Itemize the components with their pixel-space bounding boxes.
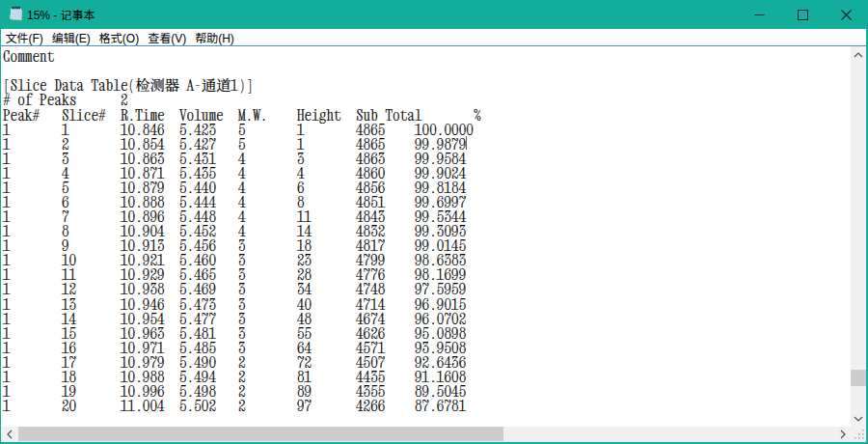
minimize-icon — [754, 10, 765, 20]
text-line: [Slice Data Table(检测器 A-通道1)] — [3, 77, 842, 92]
horizontal-scroll-thumb[interactable] — [18, 427, 503, 441]
scroll-down-button[interactable] — [851, 410, 866, 427]
chevron-left-icon — [7, 430, 13, 439]
titlebar[interactable]: 15% - 记事本 — [0, 0, 868, 29]
resize-grip[interactable] — [851, 427, 866, 441]
minimize-button[interactable] — [738, 0, 781, 29]
vertical-scrollbar[interactable] — [851, 46, 866, 427]
text-line: 12011.0045.502297426687.6781 — [3, 398, 842, 412]
vertical-scroll-thumb[interactable] — [851, 370, 866, 386]
chevron-down-icon — [854, 416, 863, 422]
menu-format[interactable]: 格式(O) — [95, 29, 143, 45]
text-caret — [466, 136, 467, 150]
text-area[interactable]: Comment[Slice Data Table(检测器 A-通道1)]# of… — [1, 46, 851, 427]
window-border-left — [0, 29, 1, 444]
menu-bar: 文件(F) 编辑(E) 格式(O) 查看(V) 帮助(H) — [1, 29, 866, 45]
menu-view[interactable]: 查看(V) — [144, 29, 191, 45]
close-icon — [841, 10, 852, 20]
menu-file[interactable]: 文件(F) — [1, 29, 47, 45]
scroll-left-button[interactable] — [1, 427, 17, 441]
chevron-right-icon — [840, 430, 846, 439]
notepad-window: 15% - 记事本 文件(F) 编辑(E) 格式(O) 查看(V) 帮助(H) … — [0, 0, 868, 444]
menu-help[interactable]: 帮助(H) — [191, 29, 239, 45]
caption-buttons — [738, 0, 868, 29]
chevron-up-icon — [854, 52, 863, 58]
maximize-button[interactable] — [781, 0, 825, 29]
window-title: 15% - 记事本 — [27, 0, 95, 29]
text-line: Comment — [3, 48, 842, 63]
scroll-right-button[interactable] — [834, 427, 851, 441]
scroll-up-button[interactable] — [851, 46, 866, 63]
close-button[interactable] — [825, 0, 868, 29]
resize-grip-icon — [854, 430, 864, 439]
horizontal-scrollbar[interactable] — [1, 427, 851, 441]
menu-edit[interactable]: 编辑(E) — [47, 29, 95, 45]
notepad-icon — [8, 6, 23, 21]
maximize-icon — [798, 10, 808, 20]
